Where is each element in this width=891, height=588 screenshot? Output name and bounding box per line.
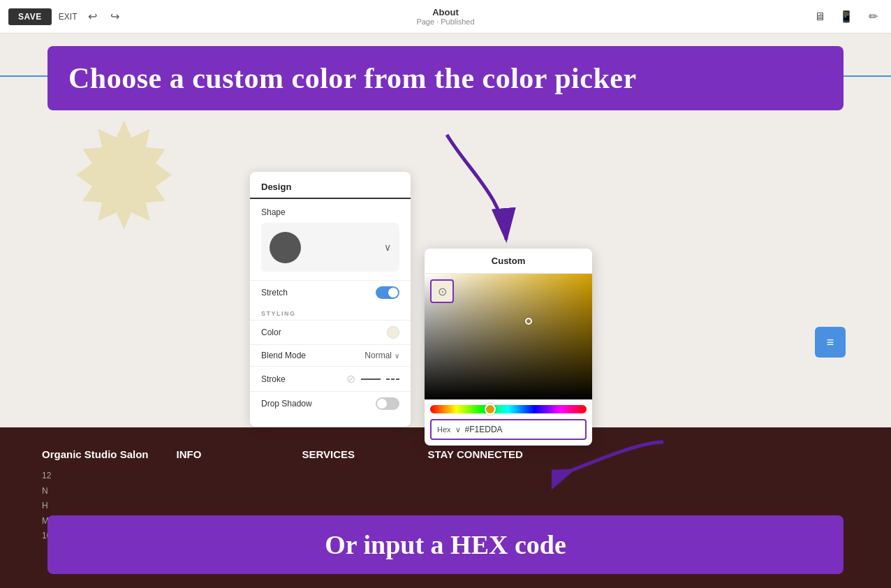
blend-mode-chevron: ∨ bbox=[395, 352, 399, 360]
hex-dropdown-icon[interactable]: ∨ bbox=[455, 425, 461, 434]
color-swatch[interactable] bbox=[387, 326, 399, 339]
arrow-to-picker bbox=[377, 128, 531, 267]
undo-icon[interactable]: ↩ bbox=[84, 8, 101, 25]
footer-col3-title: SERVICES bbox=[302, 448, 400, 460]
stretch-toggle[interactable] bbox=[376, 286, 399, 299]
list-button[interactable]: ≡ bbox=[815, 327, 846, 358]
stroke-slash-icon: ⊘ bbox=[346, 372, 355, 385]
stretch-row: Stretch bbox=[250, 280, 411, 304]
save-button[interactable]: SAVE bbox=[8, 8, 52, 25]
top-bar: SAVE EXIT ↩ ↪ About Page · Published 🖥 📱… bbox=[0, 0, 891, 34]
mobile-icon[interactable]: 📱 bbox=[837, 7, 856, 27]
blend-mode-row: Blend Mode Normal ∨ bbox=[250, 344, 411, 366]
tutorial-banner-bottom-text: Or input a HEX code bbox=[68, 529, 823, 560]
pencil-icon[interactable]: ✏ bbox=[863, 7, 883, 27]
svg-marker-1 bbox=[76, 120, 172, 230]
tutorial-banner-top-text: Choose a custom color from the color pic… bbox=[68, 61, 823, 95]
stroke-controls: ⊘ bbox=[346, 372, 399, 385]
stroke-label: Stroke bbox=[261, 374, 286, 384]
gradient-cursor[interactable] bbox=[525, 318, 532, 325]
exit-button[interactable]: EXIT bbox=[59, 12, 78, 22]
footer-col2-title: INFO bbox=[177, 448, 274, 460]
hue-cursor[interactable] bbox=[485, 404, 496, 415]
eyedropper-swatch[interactable]: ⊙ bbox=[430, 279, 454, 303]
stroke-line bbox=[361, 378, 381, 380]
page-info: About Page · Published bbox=[416, 7, 474, 26]
stroke-row: Stroke ⊘ bbox=[250, 366, 411, 391]
tutorial-banner-bottom: Or input a HEX code bbox=[47, 515, 844, 574]
page-title: About bbox=[416, 7, 474, 17]
styling-header: STYLING bbox=[250, 304, 411, 320]
hue-slider[interactable] bbox=[430, 405, 587, 413]
color-picker-panel: Custom ⊙ Hex ∨ bbox=[425, 249, 592, 446]
shape-circle bbox=[270, 232, 301, 263]
blend-mode-label: Blend Mode bbox=[261, 351, 306, 360]
hex-label[interactable]: Hex bbox=[437, 425, 451, 434]
starburst-shape bbox=[66, 117, 182, 233]
nav-controls: ↩ ↪ bbox=[84, 8, 123, 25]
drop-shadow-label: Drop Shadow bbox=[261, 399, 312, 409]
eyedropper-icon: ⊙ bbox=[438, 285, 447, 298]
color-picker-body: ⊙ Hex ∨ bbox=[425, 274, 592, 440]
tutorial-banner-top: Choose a custom color from the color pic… bbox=[47, 46, 844, 110]
drop-shadow-row: Drop Shadow bbox=[250, 391, 411, 416]
canvas-area: Choose a custom color from the color pic… bbox=[0, 34, 891, 588]
stroke-dashes bbox=[386, 378, 399, 380]
blend-mode-value: Normal bbox=[364, 351, 392, 360]
blend-mode-control[interactable]: Normal ∨ bbox=[364, 351, 399, 360]
drop-shadow-toggle[interactable] bbox=[376, 397, 399, 410]
arrow-to-hex bbox=[552, 421, 677, 491]
color-row: Color bbox=[250, 320, 411, 344]
footer-col1-title: Organic Studio Salon bbox=[42, 448, 149, 460]
footer-col4-title: STAY CONNECTED bbox=[428, 448, 526, 460]
page-status: Page · Published bbox=[416, 17, 474, 26]
list-icon: ≡ bbox=[827, 335, 834, 350]
redo-icon[interactable]: ↪ bbox=[106, 8, 123, 25]
top-bar-right: 🖥 📱 ✏ bbox=[810, 7, 883, 27]
desktop-icon[interactable]: 🖥 bbox=[810, 7, 830, 27]
color-label: Color bbox=[261, 328, 281, 337]
stretch-label: Stretch bbox=[261, 288, 288, 297]
